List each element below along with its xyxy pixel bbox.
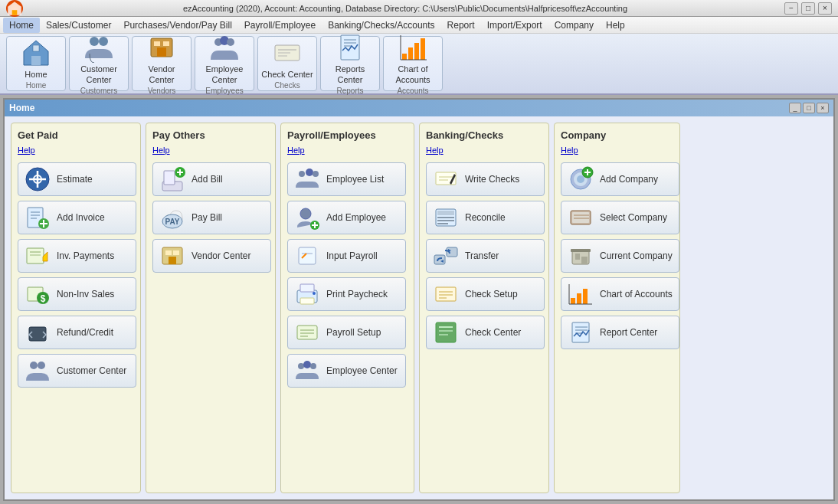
pay-others-help[interactable]: Help xyxy=(152,146,269,155)
svg-rect-5 xyxy=(163,41,169,46)
svg-point-1 xyxy=(90,37,99,46)
home-window-titlebar: Home _ □ × xyxy=(5,100,833,116)
menu-payroll[interactable]: Payroll/Employee xyxy=(238,18,322,33)
non-inv-sales-button[interactable]: $ Non-Inv Sales xyxy=(18,277,136,311)
toolbar-check-sublabel: Checks xyxy=(274,81,300,90)
input-payroll-label: Input Payroll xyxy=(326,250,378,261)
current-company-button[interactable]: Current Company xyxy=(561,239,679,273)
toolbar-chart-accounts[interactable]: Chart of Accounts Accounts xyxy=(383,36,443,91)
add-company-label: Add Company xyxy=(600,174,658,185)
home-close-btn[interactable]: × xyxy=(817,103,829,113)
svg-point-41 xyxy=(38,362,45,369)
svg-rect-98 xyxy=(572,212,589,223)
get-paid-help[interactable]: Help xyxy=(18,146,134,155)
check-setup-button[interactable]: Check Setup xyxy=(426,277,545,311)
select-company-button[interactable]: Select Company xyxy=(561,201,679,234)
refund-credit-icon xyxy=(25,319,51,345)
current-company-icon xyxy=(568,243,594,269)
input-payroll-button[interactable]: Input Payroll xyxy=(287,239,406,273)
svg-point-56 xyxy=(300,208,311,219)
menu-help[interactable]: Help xyxy=(600,18,631,33)
svg-rect-33 xyxy=(27,248,44,263)
add-bill-icon xyxy=(159,166,185,192)
vendor-center-home-label: Vendor Center xyxy=(191,250,250,261)
employee-center-home-button[interactable]: Employee Center xyxy=(287,354,406,388)
svg-rect-52 xyxy=(169,257,176,264)
svg-rect-102 xyxy=(575,254,580,260)
minimize-button[interactable]: − xyxy=(784,2,798,15)
add-employee-label: Add Employee xyxy=(326,212,386,223)
select-company-icon xyxy=(568,205,594,231)
check-center-home-button[interactable]: Check Center xyxy=(426,316,545,349)
menu-banking[interactable]: Banking/Checks/Accounts xyxy=(322,18,440,33)
transfer-icon xyxy=(433,243,459,269)
toolbar-vendor-label: Vendor Center xyxy=(136,64,188,84)
section-company: Company Help Add Company Select Company xyxy=(554,123,680,493)
menu-purchases[interactable]: Purchases/Vendor/Pay Bill xyxy=(117,18,237,33)
svg-rect-87 xyxy=(436,322,456,342)
menu-import-export[interactable]: Import/Export xyxy=(481,18,548,33)
app-icon xyxy=(6,0,23,17)
refund-credit-button[interactable]: Refund/Credit xyxy=(18,316,136,349)
maximize-button[interactable]: □ xyxy=(801,2,815,15)
add-invoice-button[interactable]: Add Invoice xyxy=(18,201,136,234)
chart-accounts-home-button[interactable]: Chart of Accounts xyxy=(561,277,679,311)
print-paycheck-button[interactable]: Print Paycheck xyxy=(287,277,406,311)
write-checks-button[interactable]: Write Checks xyxy=(426,162,545,196)
toolbar-reports-center[interactable]: Reports Center Reports xyxy=(320,36,380,91)
window-controls: − □ × xyxy=(784,2,832,15)
employee-list-button[interactable]: Employee List xyxy=(287,162,406,196)
svg-rect-0 xyxy=(33,45,39,51)
svg-rect-103 xyxy=(581,257,588,264)
vendor-center-home-button[interactable]: Vendor Center xyxy=(152,239,271,273)
write-checks-icon xyxy=(433,166,459,192)
add-invoice-label: Add Invoice xyxy=(57,212,105,223)
inv-payments-button[interactable]: Inv. Payments xyxy=(18,239,136,273)
banking-help[interactable]: Help xyxy=(426,146,542,155)
check-center-home-icon xyxy=(433,319,459,345)
company-help[interactable]: Help xyxy=(561,146,673,155)
transfer-button[interactable]: Transfer xyxy=(426,239,545,273)
add-bill-button[interactable]: Add Bill xyxy=(152,162,271,196)
payroll-title: Payroll/Employees xyxy=(287,129,408,141)
svg-rect-81 xyxy=(434,255,445,264)
get-paid-title: Get Paid xyxy=(18,129,134,141)
toolbar-customer-center[interactable]: Customer Center Customers xyxy=(69,36,129,91)
home-maximize-btn[interactable]: □ xyxy=(803,103,815,113)
svg-rect-4 xyxy=(154,41,160,46)
customer-center-home-button[interactable]: Customer Center xyxy=(18,354,136,388)
menu-sales-customer[interactable]: Sales/Customer xyxy=(40,18,117,33)
pay-bill-button[interactable]: PAY Pay Bill xyxy=(152,201,271,234)
menu-home[interactable]: Home xyxy=(3,18,40,33)
toolbar-employee-center[interactable]: Employee Center Employees xyxy=(195,36,254,91)
menu-bar: Home Sales/Customer Purchases/Vendor/Pay… xyxy=(0,17,838,34)
svg-rect-19 xyxy=(408,47,413,60)
employee-center-home-icon xyxy=(294,358,320,384)
toolbar-customer-label: Customer Center xyxy=(73,64,125,84)
payroll-setup-button[interactable]: Payroll Setup xyxy=(287,316,406,349)
section-banking: Banking/Checks Help Write Checks Reconci… xyxy=(419,123,549,493)
toolbar-home[interactable]: Home Home xyxy=(6,36,66,91)
employee-center-icon xyxy=(209,32,240,63)
menu-report[interactable]: Report xyxy=(441,18,481,33)
report-center-icon xyxy=(568,319,594,345)
section-pay-others: Pay Others Help Add Bill PAY Pay Bill xyxy=(146,123,276,493)
close-button[interactable]: × xyxy=(818,2,832,15)
reconcile-button[interactable]: Reconcile xyxy=(426,201,545,234)
toolbar: Home Home Customer Center Customers Vend… xyxy=(0,34,838,95)
toolbar-check-center[interactable]: Check Center Checks xyxy=(257,36,317,91)
payroll-help[interactable]: Help xyxy=(287,146,408,155)
svg-rect-107 xyxy=(583,289,588,304)
svg-rect-18 xyxy=(402,54,407,60)
toolbar-chart-label: Chart of Accounts xyxy=(387,64,439,84)
menu-company[interactable]: Company xyxy=(548,18,600,33)
add-company-button[interactable]: Add Company xyxy=(561,162,679,196)
add-employee-button[interactable]: Add Employee xyxy=(287,201,406,234)
svg-rect-64 xyxy=(300,298,314,304)
toolbar-vendor-center[interactable]: Vendor Center Vendors xyxy=(132,36,191,91)
report-center-button[interactable]: Report Center xyxy=(561,316,679,349)
estimate-button[interactable]: Estimate xyxy=(18,162,136,196)
svg-rect-20 xyxy=(414,43,419,60)
section-get-paid: Get Paid Help Estimate Add Invoice xyxy=(11,123,141,493)
home-minimize-btn[interactable]: _ xyxy=(789,103,801,113)
